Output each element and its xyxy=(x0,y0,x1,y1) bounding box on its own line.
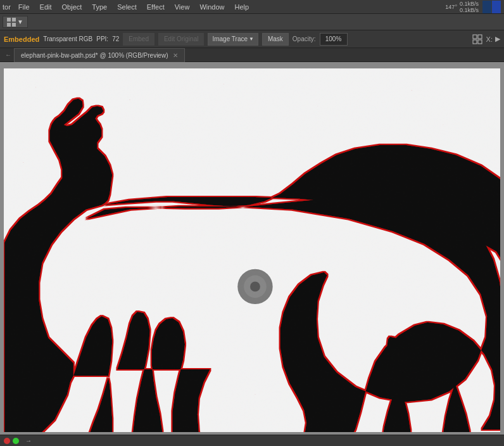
svg-point-11 xyxy=(35,87,36,87)
status-dot-red xyxy=(4,438,10,444)
status-dot-green xyxy=(13,438,19,444)
menu-view[interactable]: View xyxy=(170,0,195,14)
arrange-icon xyxy=(472,34,482,44)
svg-point-16 xyxy=(412,90,412,91)
opacity-input[interactable] xyxy=(320,33,348,46)
svg-rect-1 xyxy=(492,1,501,13)
menu-stats: 0.1kB/s0.1kB/s xyxy=(460,1,479,13)
status-arrow: → xyxy=(25,437,32,444)
toolbar-top: ▼ xyxy=(0,14,504,30)
svg-rect-4 xyxy=(7,23,11,27)
menu-window[interactable]: Window xyxy=(194,0,229,14)
tab-bar: ← elephant-pink-bw-path.psd* @ 100% (RGB… xyxy=(0,48,504,62)
svg-point-18 xyxy=(23,162,23,163)
menu-edit[interactable]: Edit xyxy=(35,0,57,14)
grid-icon xyxy=(7,18,16,27)
embed-button[interactable]: Embed xyxy=(123,33,154,46)
svg-rect-2 xyxy=(7,18,11,22)
x-label: X: xyxy=(486,35,493,43)
svg-point-22 xyxy=(493,256,493,257)
tab-close-icon[interactable]: ✕ xyxy=(173,52,178,59)
app-brand: tor xyxy=(0,2,13,12)
menu-angle: 147° xyxy=(445,4,457,10)
menu-object[interactable]: Object xyxy=(57,0,87,14)
mask-button[interactable]: Mask xyxy=(262,33,289,46)
svg-rect-7 xyxy=(478,35,482,39)
svg-point-14 xyxy=(224,84,224,84)
svg-rect-0 xyxy=(482,1,491,13)
properties-bar: Embedded Transparent RGB PPI: 72 Embed E… xyxy=(0,30,504,48)
svg-point-25 xyxy=(67,350,68,351)
svg-point-13 xyxy=(129,99,130,100)
menu-effect[interactable]: Effect xyxy=(142,0,170,14)
menu-bar: tor File Edit Object Type Select Effect … xyxy=(0,0,504,14)
svg-rect-3 xyxy=(12,18,16,22)
image-trace-button[interactable]: Image Trace ▼ xyxy=(208,33,258,46)
svg-rect-6 xyxy=(473,35,477,39)
status-bar: → xyxy=(0,435,504,446)
svg-point-17 xyxy=(443,125,443,125)
svg-point-15 xyxy=(317,106,318,106)
toolbar-dropdown-arrow: ▼ xyxy=(17,18,23,25)
menubar-right: 147° 0.1kB/s0.1kB/s xyxy=(445,1,504,13)
ppi-value: 72 xyxy=(112,35,119,42)
tab-filename: elephant-pink-bw-path.psd* @ 100% (RGB/P… xyxy=(21,52,168,59)
svg-point-26 xyxy=(255,394,255,395)
tab-left-arrow[interactable]: ← xyxy=(3,51,14,58)
menu-select[interactable]: Select xyxy=(112,0,142,14)
svg-point-20 xyxy=(468,156,469,156)
menu-help[interactable]: Help xyxy=(230,0,255,14)
opacity-label: Opacity: xyxy=(293,35,316,42)
status-icons xyxy=(4,438,19,444)
svg-rect-8 xyxy=(473,40,477,44)
ppi-label: PPI: xyxy=(96,35,108,42)
arrange-icon-button[interactable] xyxy=(471,34,484,44)
image-trace-dropdown-arrow: ▼ xyxy=(249,36,254,42)
embedded-label: Embedded xyxy=(4,35,39,43)
canvas[interactable] xyxy=(4,68,500,432)
edit-original-button[interactable]: Edit Original xyxy=(158,33,204,46)
toolbar-widget-btn[interactable]: ▼ xyxy=(3,16,28,28)
prop-bar-right: X: ▶ xyxy=(471,34,500,44)
svg-rect-9 xyxy=(478,40,482,44)
color-mode-label: Transparent RGB xyxy=(43,35,92,42)
menu-file[interactable]: File xyxy=(13,0,35,14)
document-tab[interactable]: elephant-pink-bw-path.psd* @ 100% (RGB/P… xyxy=(14,48,185,62)
svg-rect-5 xyxy=(12,23,16,27)
elephant-illustration xyxy=(4,68,500,432)
stats-graph xyxy=(482,1,501,13)
x-value: ▶ xyxy=(495,35,500,43)
svg-point-30 xyxy=(250,281,260,291)
menu-type[interactable]: Type xyxy=(87,0,112,14)
canvas-area xyxy=(0,62,504,435)
